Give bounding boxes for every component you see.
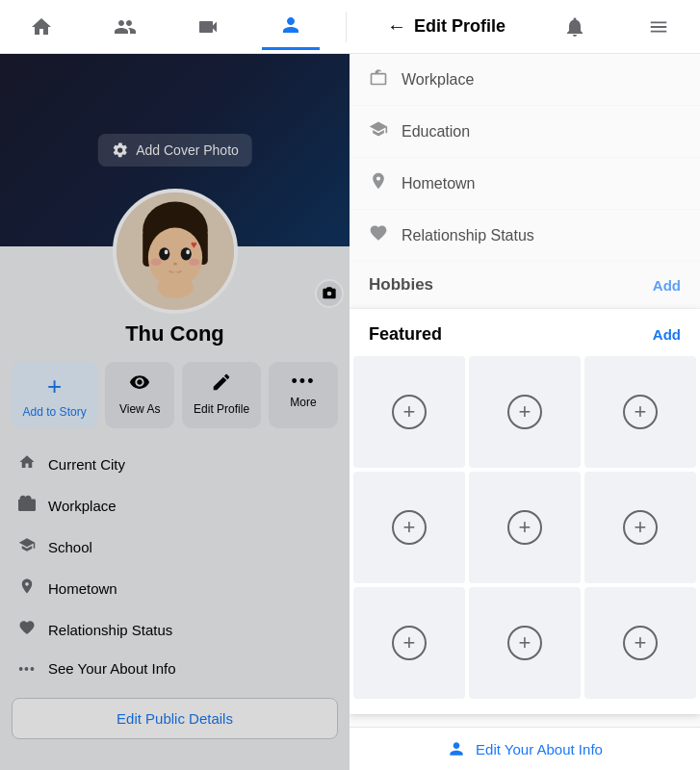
back-arrow-icon[interactable]: ← [387, 15, 406, 38]
more-icon: ••• [292, 372, 316, 392]
hobbies-add-button[interactable]: Add [653, 277, 681, 294]
add-cover-label: Add Cover Photo [136, 142, 239, 158]
info-list: Current City Workplace School Hometown [0, 444, 350, 686]
right-relationship-text: Relationship Status [402, 227, 534, 244]
current-city-text: Current City [48, 456, 125, 473]
camera-badge-icon[interactable] [315, 279, 344, 308]
main-layout: Add Cover Photo [0, 54, 700, 770]
svg-point-9 [150, 259, 161, 267]
edit-profile-title: Edit Profile [414, 16, 506, 37]
nav-profile[interactable] [262, 4, 320, 50]
action-buttons: + Add to Story View As Edit Profile ••• … [0, 362, 350, 428]
edit-profile-label: Edit Profile [194, 402, 249, 416]
more-label: More [290, 396, 316, 409]
svg-point-10 [189, 259, 199, 267]
featured-add-circle-7: + [392, 626, 427, 660]
relationship-icon [15, 619, 39, 641]
featured-cell-3[interactable]: + [584, 356, 696, 468]
featured-add-button[interactable]: Add [653, 326, 681, 343]
top-navigation: ← Edit Profile [0, 0, 700, 54]
add-cover-photo-button[interactable]: Add Cover Photo [97, 134, 252, 167]
see-about-text: See Your About Info [48, 660, 176, 677]
add-to-story-button[interactable]: + Add to Story [12, 362, 97, 428]
svg-point-11 [173, 263, 177, 266]
avatar-section: ♥ [0, 189, 350, 314]
see-about-icon: ••• [15, 661, 39, 677]
left-panel: Add Cover Photo [0, 54, 350, 770]
featured-cell-9[interactable]: + [584, 587, 696, 699]
hobbies-section: Hobbies Add [350, 262, 700, 309]
featured-grid: + + + + + + + [350, 356, 700, 714]
right-hometown[interactable]: Hometown [350, 158, 700, 210]
featured-add-circle-4: + [392, 510, 427, 545]
svg-text:♥: ♥ [190, 239, 196, 250]
featured-add-circle-8: + [507, 626, 542, 660]
featured-cell-5[interactable]: + [469, 472, 581, 583]
view-as-icon [129, 372, 150, 398]
edit-about-info-bar[interactable]: Edit Your About Info [350, 727, 700, 770]
svg-point-8 [186, 250, 190, 255]
workplace-icon [15, 495, 39, 517]
right-relationship-icon [369, 223, 388, 247]
nav-watch[interactable] [179, 4, 237, 50]
featured-header: Featured Add [350, 309, 700, 356]
featured-add-circle-3: + [623, 395, 658, 429]
right-workplace[interactable]: Workplace [350, 54, 700, 106]
edit-about-text: Edit Your About Info [476, 741, 603, 757]
featured-title: Featured [369, 324, 442, 345]
school-icon [15, 536, 39, 558]
featured-cell-4[interactable]: + [353, 472, 465, 583]
add-story-icon: + [47, 372, 62, 401]
edit-about-icon [447, 739, 466, 758]
info-school[interactable]: School [12, 526, 338, 568]
featured-add-circle-9: + [623, 626, 658, 660]
featured-add-circle-1: + [392, 395, 427, 429]
right-hometown-text: Hometown [402, 175, 475, 192]
nav-friends[interactable] [96, 4, 154, 50]
featured-section: Featured Add + + + + + [350, 309, 700, 714]
svg-point-5 [159, 247, 169, 260]
nav-menu[interactable] [630, 4, 687, 50]
right-workplace-icon [369, 67, 388, 91]
info-current-city[interactable]: Current City [12, 444, 338, 485]
featured-cell-6[interactable]: + [584, 472, 696, 583]
svg-rect-14 [172, 272, 178, 289]
nav-bell[interactable] [546, 4, 604, 50]
school-text: School [48, 539, 92, 555]
featured-cell-7[interactable]: + [353, 587, 465, 699]
info-hometown[interactable]: Hometown [12, 568, 338, 609]
hometown-text: Hometown [48, 580, 117, 597]
right-education-icon [369, 119, 388, 143]
featured-add-circle-2: + [507, 395, 542, 429]
nav-home[interactable] [13, 4, 70, 50]
right-education[interactable]: Education [350, 106, 700, 158]
current-city-icon [15, 453, 39, 475]
hobbies-title: Hobbies [369, 275, 433, 295]
featured-cell-1[interactable]: + [353, 356, 465, 468]
workplace-text: Workplace [48, 498, 117, 514]
edit-profile-button[interactable]: Edit Profile [182, 362, 261, 428]
info-relationship[interactable]: Relationship Status [12, 609, 338, 651]
featured-add-circle-5: + [507, 510, 542, 545]
info-see-about[interactable]: ••• See Your About Info [12, 651, 338, 686]
more-button[interactable]: ••• More [269, 362, 338, 428]
avatar: ♥ [113, 189, 238, 314]
right-education-text: Education [402, 123, 470, 141]
info-workplace[interactable]: Workplace [12, 485, 338, 526]
above-items: Workplace Education Hometown Relationshi… [350, 54, 700, 262]
svg-point-7 [164, 250, 168, 255]
right-panel: Workplace Education Hometown Relationshi… [350, 54, 700, 770]
edit-profile-icon [211, 372, 232, 398]
hometown-icon [15, 578, 39, 600]
featured-cell-2[interactable]: + [469, 356, 581, 468]
profile-name: Thu Cong [0, 321, 350, 346]
view-as-label: View As [119, 402, 160, 416]
edit-public-details-button[interactable]: Edit Public Details [12, 698, 338, 739]
featured-add-circle-6: + [623, 510, 658, 545]
edit-profile-header: ← Edit Profile [372, 15, 521, 38]
view-as-button[interactable]: View As [105, 362, 174, 428]
add-to-story-label: Add to Story [23, 405, 87, 419]
relationship-text: Relationship Status [48, 622, 172, 638]
featured-cell-8[interactable]: + [469, 587, 581, 699]
right-relationship[interactable]: Relationship Status [350, 210, 700, 262]
